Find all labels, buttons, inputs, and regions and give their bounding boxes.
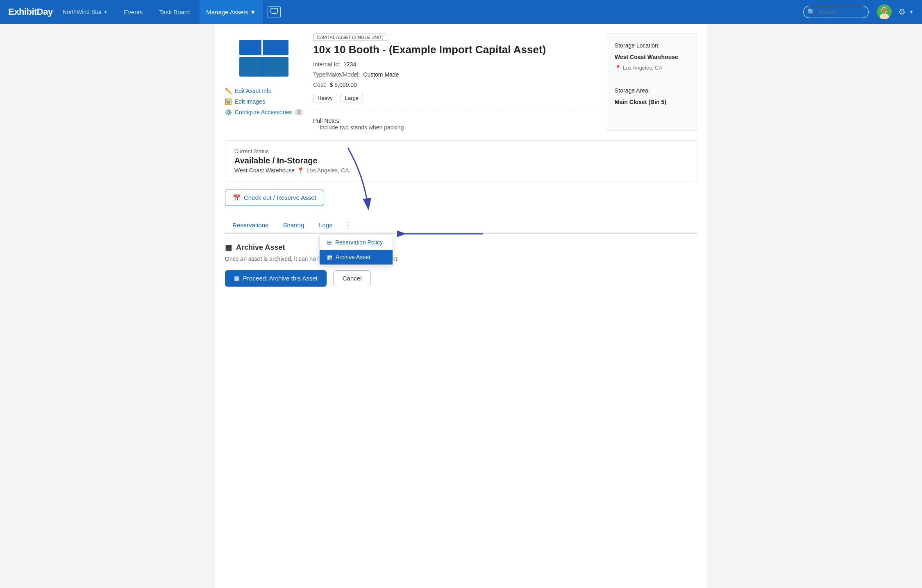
archive-icon: ▦: [327, 254, 332, 260]
configure-accessories-link[interactable]: ⚙️ Configure Accessories 0: [225, 109, 303, 115]
tabs-row: Reservations Sharing Logs ⋮: [225, 217, 697, 233]
nav-events[interactable]: Events: [117, 0, 149, 24]
tab-reservations[interactable]: Reservations: [225, 217, 276, 233]
svg-rect-9: [239, 57, 288, 77]
pencil-icon: ✏️: [225, 88, 232, 94]
avatar[interactable]: [877, 5, 892, 19]
svg-rect-7: [239, 40, 261, 55]
calendar-icon: 📅: [233, 194, 241, 201]
svg-rect-10: [262, 57, 263, 77]
tag-heavy: Heavy: [313, 94, 337, 102]
asset-actions-col: ✏️ Edit Asset Info 🖼️ Edit Images ⚙️ Con…: [225, 88, 303, 115]
tab-logs[interactable]: Logs: [311, 217, 340, 233]
tab-sharing[interactable]: Sharing: [276, 217, 312, 233]
location-pin-icon2: 📍: [297, 167, 304, 174]
cost-label: Cost:: [313, 81, 327, 88]
broadcast-icon[interactable]: [268, 6, 281, 18]
proceed-archive-icon: ▦: [234, 275, 240, 282]
archive-description: Once an asset is archived, it can no lon…: [225, 256, 697, 262]
svg-rect-0: [271, 8, 277, 13]
type-label: Type/Make/Model:: [313, 71, 360, 78]
svg-rect-8: [263, 40, 288, 55]
internal-id-label: Internal Id:: [313, 61, 340, 68]
brand-logo: ExhibitDay: [8, 7, 53, 17]
asset-thumbnail: [235, 34, 293, 83]
navbar: ExhibitDay NorthWind Star ▼ Events Task …: [0, 0, 922, 24]
accessories-badge: 0: [295, 109, 303, 115]
asset-tags-row: Heavy Large: [313, 94, 597, 102]
nav-taskboard[interactable]: Task Board: [152, 0, 196, 24]
settings-icon[interactable]: ⚙: [898, 7, 906, 17]
asset-title: 10x 10 Booth - (Example Import Capital A…: [313, 43, 597, 56]
image-icon: 🖼️: [225, 98, 232, 105]
storage-location-label: Storage Location:: [615, 40, 689, 51]
search-input[interactable]: [803, 6, 869, 18]
settings-chevron: ▼: [909, 9, 914, 15]
grid-icon: ⊞: [327, 239, 332, 246]
status-location: West Coast Warehouse 📍 Los Angeles, CA: [234, 167, 688, 174]
pull-notes-value: Include two stands when packing: [313, 124, 597, 131]
storage-location-value: West Coast Warehouse: [615, 51, 689, 63]
storage-location-sub: 📍 Los Angeles, CA: [615, 63, 689, 73]
org-chevron: ▼: [103, 10, 107, 14]
status-value: Available / In-Storage: [234, 156, 688, 165]
asset-image-col: ✏️ Edit Asset Info 🖼️ Edit Images ⚙️ Con…: [225, 34, 303, 131]
more-options-button[interactable]: ⋮: [340, 217, 356, 232]
status-box: Current Status Available / In-Storage We…: [225, 140, 697, 181]
type-value: Custom Made: [363, 71, 399, 78]
org-selector[interactable]: NorthWind Star ▼: [63, 9, 108, 15]
asset-meta: Internal Id: 1234 Type/Make/Model: Custo…: [313, 59, 597, 90]
edit-asset-info-link[interactable]: ✏️ Edit Asset Info: [225, 88, 303, 94]
status-location-sub: Los Angeles, CA: [307, 167, 349, 174]
proceed-archive-button[interactable]: ▦ Proceed: Archive this Asset: [225, 270, 327, 287]
more-options-dropdown: ⊞ Reservation Policy ▦ Archive Asset: [319, 235, 393, 265]
archive-title: ▦ Archive Asset: [225, 243, 697, 252]
cancel-button[interactable]: Cancel: [333, 270, 371, 286]
edit-images-link[interactable]: 🖼️ Edit Images: [225, 98, 303, 105]
storage-area-label: Storage Area:: [615, 85, 689, 96]
asset-info-col: CAPITAL ASSET (SINGLE-UNIT) 10x 10 Booth…: [313, 34, 597, 131]
asset-header: ✏️ Edit Asset Info 🖼️ Edit Images ⚙️ Con…: [225, 34, 697, 131]
checkout-reserve-button[interactable]: 📅 Check out / Reserve Asset: [225, 190, 324, 206]
storage-area-value: Main Closet (Bin 5): [615, 96, 689, 108]
cost-value: $ 5,000.00: [330, 81, 357, 88]
tag-large: Large: [341, 94, 363, 102]
asset-category-tag: CAPITAL ASSET (SINGLE-UNIT): [313, 34, 387, 41]
page-content: ✏️ Edit Asset Info 🖼️ Edit Images ⚙️ Con…: [215, 24, 707, 588]
dropdown-archive-asset[interactable]: ▦ Archive Asset: [320, 250, 393, 265]
status-label: Current Status: [234, 148, 688, 154]
gear-icon: ⚙️: [225, 109, 232, 115]
internal-id-value: 1234: [343, 61, 356, 68]
manage-assets-chevron: ▼: [250, 9, 256, 16]
location-pin-icon: 📍: [615, 63, 621, 73]
storage-info-col: Storage Location: West Coast Warehouse 📍…: [607, 34, 697, 131]
search-wrap: 🔍: [803, 6, 869, 18]
archive-section: ▦ Archive Asset Once an asset is archive…: [225, 233, 697, 287]
tabs-section: Reservations Sharing Logs ⋮ ⊞ Reservatio…: [225, 217, 697, 233]
status-location-name: West Coast Warehouse: [234, 167, 295, 174]
pull-notes: Pull Notes: Include two stands when pack…: [313, 118, 597, 131]
nav-manage-assets[interactable]: Manage Assets ▼: [200, 0, 262, 24]
archive-section-icon: ▦: [225, 243, 232, 252]
svg-point-5: [882, 8, 886, 12]
dropdown-reservation-policy[interactable]: ⊞ Reservation Policy: [320, 235, 393, 250]
org-name: NorthWind Star: [63, 9, 102, 15]
archive-actions: ▦ Proceed: Archive this Asset Cancel: [225, 270, 697, 287]
